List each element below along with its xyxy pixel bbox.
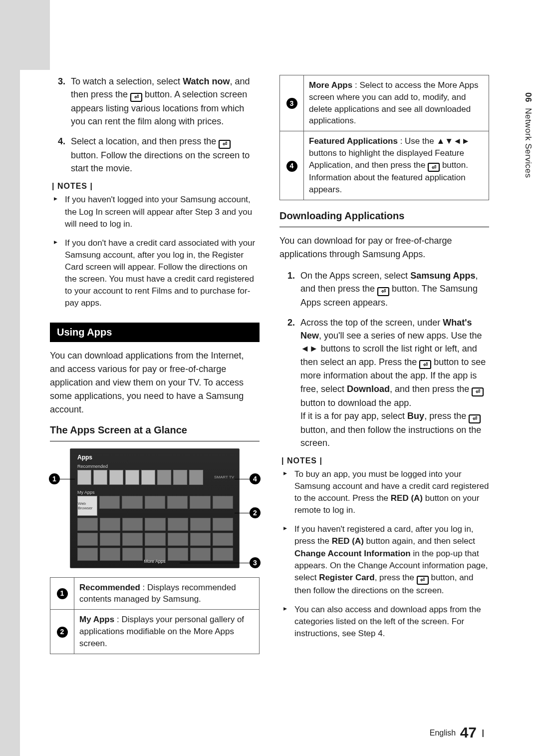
margin-shade-top: [0, 0, 50, 70]
callout-number: 3: [286, 98, 297, 109]
step-3: To watch a selection, select Watch now, …: [68, 75, 260, 128]
callout-lead: [235, 479, 250, 480]
rule: [279, 227, 489, 227]
margin-shade-left: [0, 0, 20, 756]
table-row: 2 My Apps : Displays your personal galle…: [50, 610, 260, 654]
enter-icon: [417, 576, 429, 585]
step-2: Across the top of the screen, under What…: [297, 316, 489, 449]
diagram-recommended-row: [77, 470, 203, 485]
notes-heading: | NOTES |: [281, 456, 489, 465]
table-row: 3 More Apps : Select to access the More …: [280, 75, 489, 131]
download-steps: On the Apps screen, select Samsung Apps,…: [279, 269, 489, 449]
page-footer: English 47 |: [430, 724, 484, 741]
downloading-paragraph: You can download for pay or free-of-char…: [279, 234, 489, 261]
left-column: To watch a selection, select Watch now, …: [50, 75, 260, 654]
notes-heading: | NOTES |: [52, 182, 260, 191]
diagram-smart-label: SMART TV: [214, 475, 234, 479]
diagram-moreapps-label: More Apps: [144, 559, 165, 564]
notes-list: To buy an app, you must be logged into y…: [279, 468, 489, 640]
note-item: If you don't have a credit card associat…: [64, 237, 260, 310]
callout-lead: [60, 479, 75, 480]
diagram-myapps-label: My Apps: [77, 490, 95, 495]
right-column: 3 More Apps : Select to access the More …: [279, 75, 489, 654]
diagram-myapps-grid: Web Browser: [77, 496, 233, 563]
rule: [50, 441, 260, 441]
using-apps-paragraph: You can download applications from the I…: [50, 349, 260, 416]
callout-2: 2: [250, 507, 261, 518]
table-row: 4 Featured Applications : Use the ▲▼◄► b…: [280, 131, 489, 200]
enter-icon: [219, 140, 231, 149]
chapter-tab: 06 Network Services: [523, 92, 533, 178]
callout-table-left: 1 Recommended : Displays recommended con…: [50, 577, 260, 654]
note-item: If you haven't registered a card, after …: [293, 523, 489, 596]
note-item: You can also access and download apps fr…: [293, 604, 489, 640]
footer-bar: |: [482, 729, 484, 737]
diagram-recommended-label: Recommended: [77, 464, 108, 469]
enter-icon: [419, 360, 431, 369]
enter-icon: [469, 414, 481, 423]
subheading-downloading: Downloading Applications: [279, 210, 489, 222]
diagram-title: Apps: [77, 454, 92, 461]
step-1: On the Apps screen, select Samsung Apps,…: [297, 269, 489, 309]
subheading-apps-glance: The Apps Screen at a Glance: [50, 424, 260, 436]
footer-page-number: 47: [460, 724, 477, 741]
callout-lead: [180, 563, 250, 564]
callout-3: 3: [250, 557, 261, 568]
callout-number: 2: [57, 627, 68, 638]
notes-list: If you haven't logged into your Samsung …: [50, 194, 260, 309]
callout-number: 1: [57, 588, 68, 599]
section-heading-using-apps: Using Apps: [50, 323, 260, 342]
callout-4: 4: [250, 473, 261, 484]
callout-1: 1: [49, 473, 60, 484]
chapter-number: 06: [524, 92, 533, 102]
step-4: Select a location, and then press the bu…: [68, 135, 260, 175]
note-item: To buy an app, you must be logged into y…: [293, 468, 489, 517]
apps-screen-diagram: Apps Recommended SMART TV My Apps Web Br…: [50, 448, 260, 568]
enter-icon: [377, 287, 389, 296]
note-item: If you haven't logged into your Samsung …: [64, 194, 260, 230]
chapter-title: Network Services: [524, 108, 533, 178]
tv-screen: Apps Recommended SMART TV My Apps Web Br…: [70, 448, 240, 568]
table-row: 1 Recommended : Displays recommended con…: [50, 577, 260, 610]
footer-language: English: [430, 729, 456, 737]
enter-icon: [428, 163, 440, 172]
callout-table-right: 3 More Apps : Select to access the More …: [279, 75, 489, 200]
enter-icon: [472, 387, 484, 396]
callout-number: 4: [286, 161, 297, 172]
enter-icon: [130, 93, 142, 102]
callout-lead: [235, 513, 250, 514]
watch-steps: To watch a selection, select Watch now, …: [50, 75, 260, 175]
diagram-webbrowser-tile: Web Browser: [77, 496, 97, 516]
page-content: To watch a selection, select Watch now, …: [50, 75, 489, 654]
